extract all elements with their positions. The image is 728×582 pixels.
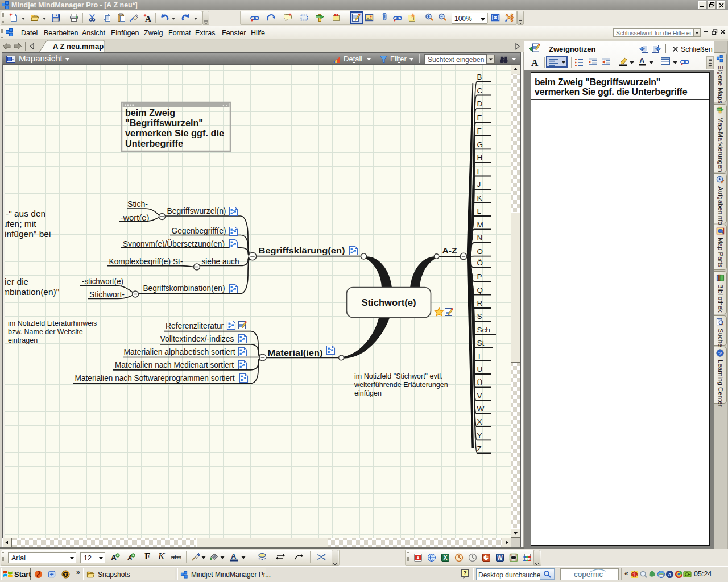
svg-text:Materialien alphabetisch sorti: Materialien alphabetisch sortiert <box>124 347 235 356</box>
svg-text:G: G <box>477 140 483 149</box>
svg-text:O: O <box>477 247 483 256</box>
svg-text:St: St <box>477 339 485 347</box>
svg-text:L: L <box>477 207 482 215</box>
svg-text:U: U <box>477 365 483 373</box>
svg-text:Synonym(e)/Übersetzung(en): Synonym(e)/Übersetzung(en) <box>123 239 225 248</box>
svg-text:weiterführende Erläuterungen: weiterführende Erläuterungen <box>354 381 448 389</box>
svg-text:im Notizfeld Literaturhinweis: im Notizfeld Literaturhinweis <box>8 319 97 327</box>
svg-text:W: W <box>477 405 485 413</box>
svg-text:Begriffswurzel(n): Begriffswurzel(n) <box>167 206 226 215</box>
svg-text:Z: Z <box>477 444 482 453</box>
svg-text:im Notizfeld "Stichwort" evtl.: im Notizfeld "Stichwort" evtl. <box>354 372 442 380</box>
svg-text:infügen" bei: infügen" bei <box>5 229 51 239</box>
svg-text:Materialien nach Medienart sor: Materialien nach Medienart sortiert <box>115 360 234 369</box>
svg-text:Sch: Sch <box>477 326 490 334</box>
svg-text:-" aus den: -" aus den <box>6 209 46 218</box>
svg-text:Materialien nach Softwareprogr: Materialien nach Softwareprogrammen sort… <box>75 373 235 383</box>
svg-text:K: K <box>477 194 482 202</box>
svg-text:W: W <box>497 555 503 561</box>
svg-text:S: S <box>477 312 482 321</box>
svg-text:Referenzliteratur: Referenzliteratur <box>166 321 224 330</box>
svg-text:bzw. Name der Website: bzw. Name der Website <box>8 328 83 336</box>
svg-text:B: B <box>477 73 482 81</box>
svg-text:Stichwort(e): Stichwort(e) <box>362 297 416 308</box>
svg-text:Y: Y <box>477 431 482 440</box>
svg-text:Begriffsklärung(en): Begriffsklärung(en) <box>259 246 345 255</box>
svg-text:Gegenbegriff(e): Gegenbegriff(e) <box>172 226 226 235</box>
svg-text:vermerken Sie ggf. die: vermerken Sie ggf. die <box>125 128 224 138</box>
svg-text:A: A <box>639 57 645 65</box>
svg-text:ufen; mit: ufen; mit <box>5 219 36 228</box>
svg-text:Ü: Ü <box>477 379 483 387</box>
svg-text:beim Zweig: beim Zweig <box>125 108 175 118</box>
svg-text:Q: Q <box>477 286 483 294</box>
svg-text:einfügen: einfügen <box>354 389 382 397</box>
svg-text:N: N <box>477 234 483 242</box>
svg-text:Komplexbegriff(e) St-: Komplexbegriff(e) St- <box>109 257 183 266</box>
svg-text:I: I <box>477 167 479 176</box>
svg-text:A: A <box>231 552 237 560</box>
svg-text:-stichwort(e): -stichwort(e) <box>82 277 123 286</box>
svg-text:A-Z: A-Z <box>442 246 457 255</box>
svg-text:X: X <box>443 554 447 561</box>
svg-text:E: E <box>477 114 482 122</box>
svg-text:A: A <box>416 556 419 560</box>
svg-text:H: H <box>477 153 483 162</box>
svg-text:T: T <box>477 352 482 360</box>
svg-text:X: X <box>477 418 482 426</box>
svg-text:?: ? <box>463 570 466 576</box>
svg-text:Stichwort-: Stichwort- <box>89 290 125 299</box>
svg-text:"Begriffswurzeln": "Begriffswurzeln" <box>125 118 203 128</box>
svg-text:?: ? <box>718 350 722 356</box>
svg-text:R: R <box>477 299 483 307</box>
svg-text:P: P <box>477 272 482 281</box>
svg-text:Volltextindex/-indizes: Volltextindex/-indizes <box>160 334 234 343</box>
svg-text:Unterbegriffe: Unterbegriffe <box>125 139 183 148</box>
svg-text:D: D <box>477 99 483 108</box>
svg-text:Ö: Ö <box>477 259 483 267</box>
svg-text:C: C <box>477 86 483 95</box>
svg-text:M: M <box>477 221 483 229</box>
svg-text:a: a <box>668 572 672 577</box>
svg-text:ier die: ier die <box>5 277 28 286</box>
svg-text:V: V <box>477 392 482 400</box>
svg-text:Material(ien): Material(ien) <box>268 348 323 357</box>
svg-text:Stich-: Stich- <box>127 199 148 209</box>
svg-text:mbination(en)": mbination(en)" <box>5 287 59 297</box>
svg-text:F: F <box>477 127 482 135</box>
svg-text:-wort(e): -wort(e) <box>121 213 150 222</box>
svg-text:A: A <box>111 553 117 562</box>
svg-text:Begriffskombination(en): Begriffskombination(en) <box>143 284 225 293</box>
svg-text:siehe auch: siehe auch <box>202 257 239 266</box>
svg-text:eintragen: eintragen <box>8 336 38 344</box>
svg-text:J: J <box>477 180 481 189</box>
